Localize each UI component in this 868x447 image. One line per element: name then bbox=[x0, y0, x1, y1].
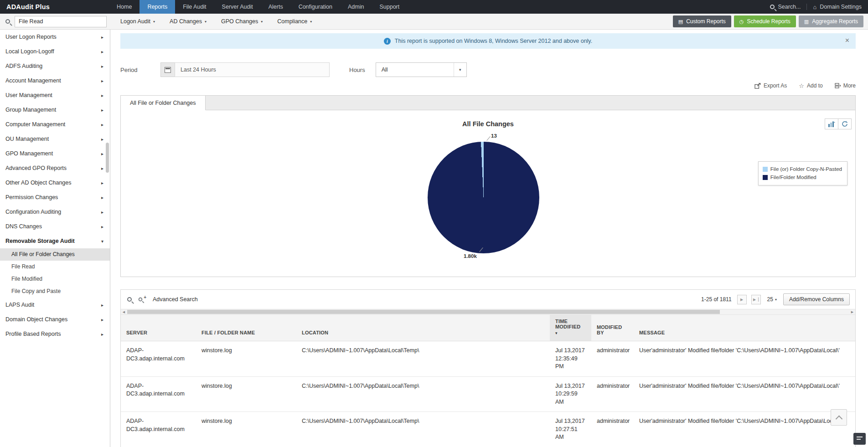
cell-time: Jul 13,2017 12:35:49 PM bbox=[550, 341, 591, 377]
sidebar-item-user-management[interactable]: User Management▸ bbox=[0, 88, 110, 103]
report-search-icon[interactable] bbox=[5, 19, 10, 24]
period-input[interactable]: Last 24 Hours bbox=[175, 62, 330, 77]
sidebar-item-ou-management[interactable]: OU Management▸ bbox=[0, 132, 110, 146]
sidebar-item-dns-changes[interactable]: DNS Changes▸ bbox=[0, 219, 110, 234]
advanced-search-label[interactable]: Advanced Search bbox=[153, 296, 198, 303]
menu-gpo-changes[interactable]: GPO Changes▾ bbox=[214, 18, 270, 25]
legend-item[interactable]: File (or) Folder Copy-N-Pasted bbox=[763, 165, 842, 173]
page-size-select[interactable]: 25 ▾ bbox=[767, 296, 777, 303]
global-search-button[interactable]: Search... bbox=[770, 4, 801, 10]
sidebar-item-permission-changes[interactable]: Permission Changes▸ bbox=[0, 190, 110, 205]
more-button[interactable]: More bbox=[835, 82, 856, 89]
sidebar-subitem-file-modified[interactable]: File Modified bbox=[0, 273, 110, 285]
legend-swatch bbox=[763, 167, 768, 172]
next-page-button[interactable]: ▶ bbox=[737, 295, 747, 304]
menu-logon-audit[interactable]: Logon Audit▾ bbox=[113, 18, 162, 25]
export-as-button[interactable]: Export As bbox=[754, 82, 787, 89]
refresh-chart-button[interactable] bbox=[838, 118, 852, 129]
sidebar-item-gpo-management[interactable]: GPO Management▸ bbox=[0, 146, 110, 161]
column-header-message[interactable]: MESSAGE bbox=[634, 315, 855, 341]
horizontal-scrollbar[interactable]: ◀ ▶ bbox=[121, 309, 855, 315]
sidebar-item-removable-storage-audit[interactable]: Removable Storage Audit▾ bbox=[0, 234, 110, 248]
sidebar-item-advanced-gpo-reports[interactable]: Advanced GPO Reports▸ bbox=[0, 161, 110, 175]
chevron-right-icon: ▸ bbox=[101, 64, 103, 69]
sidebar-item-other-ad-object-changes[interactable]: Other AD Object Changes▸ bbox=[0, 175, 110, 190]
nav-item-admin[interactable]: Admin bbox=[340, 0, 372, 14]
pie-chart[interactable] bbox=[428, 142, 539, 253]
sidebar-item-user-logon-reports[interactable]: User Logon Reports▸ bbox=[0, 30, 110, 44]
star-icon: ☆ bbox=[799, 83, 804, 89]
cell-by: administrator bbox=[591, 412, 634, 447]
nav-item-configuration[interactable]: Configuration bbox=[291, 0, 340, 14]
sidebar-item-group-management[interactable]: Group Management▸ bbox=[0, 103, 110, 117]
hours-select[interactable]: All ▾ bbox=[376, 62, 467, 77]
calendar-button[interactable] bbox=[160, 62, 175, 77]
sidebar-scrollbar-thumb[interactable] bbox=[106, 143, 109, 173]
table-row[interactable]: ADAP-DC3.adap.internal.comwinstore.logC:… bbox=[121, 341, 855, 377]
nav-item-server-audit[interactable]: Server Audit bbox=[214, 0, 261, 14]
scrollbar-thumb[interactable] bbox=[127, 310, 720, 314]
global-search-label: Search... bbox=[778, 4, 801, 10]
sidebar-item-account-management[interactable]: Account Management▸ bbox=[0, 73, 110, 88]
column-header-time-modified[interactable]: TIME MODIFIED▾ bbox=[550, 315, 591, 341]
chart-type-button[interactable] bbox=[825, 118, 838, 129]
sidebar-item-adfs-auditing[interactable]: ADFS Auditing▸ bbox=[0, 59, 110, 73]
add-remove-columns-button[interactable]: Add/Remove Columns bbox=[783, 293, 850, 305]
scroll-right-icon[interactable]: ▶ bbox=[849, 309, 855, 314]
tab-all-file-or-folder-changes[interactable]: All File or Folder Changes bbox=[121, 96, 206, 110]
last-page-button[interactable]: ▶▕ bbox=[751, 295, 761, 304]
table-search-icon[interactable] bbox=[127, 297, 132, 302]
table-row[interactable]: ADAP-DC3.adap.internal.comwinstore.logC:… bbox=[121, 412, 855, 447]
nav-item-home[interactable]: Home bbox=[109, 0, 140, 14]
column-header-location[interactable]: LOCATION bbox=[296, 315, 550, 341]
scroll-left-icon[interactable]: ◀ bbox=[121, 309, 127, 314]
nav-item-support[interactable]: Support bbox=[372, 0, 407, 14]
chevron-up-icon bbox=[835, 415, 842, 422]
sidebar-item-configuration-auditing[interactable]: Configuration Auditing▸ bbox=[0, 205, 110, 219]
report-search-input[interactable] bbox=[15, 16, 107, 27]
custom-reports-button[interactable]: ▤Custom Reports bbox=[673, 15, 731, 27]
sidebar-item-domain-object-changes[interactable]: Domain Object Changes▸ bbox=[0, 312, 110, 327]
chevron-right-icon: ▸ bbox=[101, 93, 103, 98]
nav-item-alerts[interactable]: Alerts bbox=[261, 0, 291, 14]
sidebar-subitem-file-copy-and-paste[interactable]: File Copy and Paste bbox=[0, 285, 110, 298]
chevron-right-icon: ▸ bbox=[101, 35, 103, 40]
aggregate-reports-button[interactable]: ▥Aggregate Reports bbox=[799, 15, 863, 27]
advanced-search-icon[interactable]: + bbox=[138, 296, 146, 303]
sidebar-item-local-logon-logoff[interactable]: Local Logon-Logoff▸ bbox=[0, 44, 110, 59]
table-row[interactable]: ADAP-DC3.adap.internal.comwinstore.logC:… bbox=[121, 376, 855, 412]
sidebar-item-computer-management[interactable]: Computer Management▸ bbox=[0, 117, 110, 132]
column-header-file-folder-name[interactable]: FILE / FOLDER NAME bbox=[196, 315, 296, 341]
chevron-right-icon: ▸ bbox=[101, 303, 103, 308]
hours-value: All bbox=[382, 67, 388, 73]
report-toolbar: Logon Audit▾AD Changes▾GPO Changes▾Compl… bbox=[0, 14, 868, 30]
legend-item[interactable]: File/Folder Modified bbox=[763, 173, 842, 181]
cell-by: administrator bbox=[591, 376, 634, 412]
domain-settings-button[interactable]: ⌂ Domain Settings bbox=[813, 4, 862, 10]
report-actions: Export As ☆ Add to More bbox=[120, 82, 856, 90]
pagination-controls: 1-25 of 1811 ▶ ▶▕ 25 ▾ Add/Remove Column… bbox=[701, 293, 850, 305]
menu-compliance[interactable]: Compliance▾ bbox=[270, 18, 319, 25]
cell-file: winstore.log bbox=[196, 376, 296, 412]
add-to-button[interactable]: ☆ Add to bbox=[799, 82, 822, 89]
menu-ad-changes[interactable]: AD Changes▾ bbox=[162, 18, 214, 25]
chart-buttons bbox=[825, 118, 852, 129]
scroll-to-top-button[interactable] bbox=[831, 409, 847, 426]
column-header-modified-by[interactable]: MODIFIED BY bbox=[591, 315, 634, 341]
app-logo[interactable]: ADAudit Plus bbox=[0, 0, 56, 14]
column-header-server[interactable]: SERVER bbox=[121, 315, 196, 341]
nav-item-reports[interactable]: Reports bbox=[140, 0, 175, 14]
sidebar-item-profile-based-reports[interactable]: Profile Based Reports▸ bbox=[0, 327, 110, 341]
chevron-right-icon: ▸ bbox=[101, 49, 103, 54]
nav-item-file-audit[interactable]: File Audit bbox=[175, 0, 214, 14]
sidebar-subitem-all-file-or-folder-changes[interactable]: All File or Folder Changes bbox=[0, 248, 110, 261]
schedule-reports-button[interactable]: ◷Schedule Reports bbox=[734, 15, 796, 27]
sidebar-item-laps-audit[interactable]: LAPS Audit▸ bbox=[0, 298, 110, 312]
hours-label: Hours bbox=[349, 67, 365, 73]
cell-file: winstore.log bbox=[196, 412, 296, 447]
banner-close-icon[interactable]: × bbox=[845, 37, 849, 44]
sidebar-subitem-file-read[interactable]: File Read bbox=[0, 261, 110, 273]
chat-icon[interactable] bbox=[853, 433, 866, 445]
chevron-right-icon: ▸ bbox=[101, 151, 103, 156]
info-icon: i bbox=[384, 38, 391, 45]
